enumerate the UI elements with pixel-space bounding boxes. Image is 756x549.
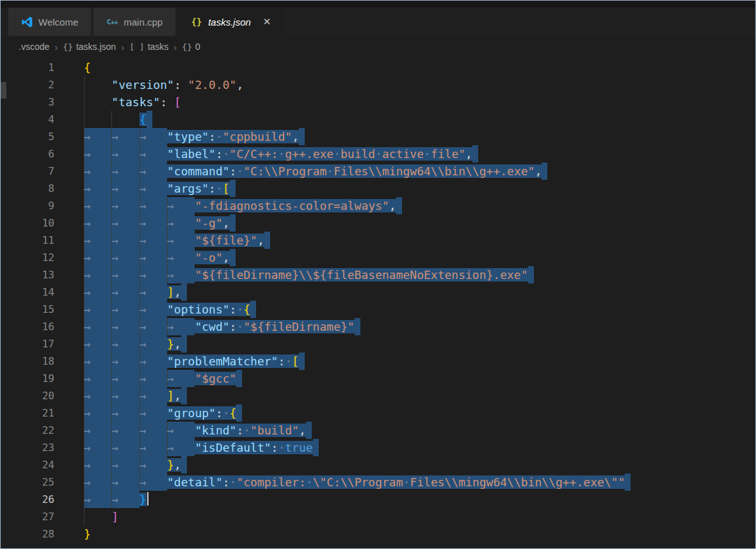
indent-whitespace: → (111, 301, 139, 318)
tab-main-cpp[interactable]: C++main.cpp (93, 8, 175, 36)
code-text: →→→→"-fdiagnostics-color=always", (54, 197, 402, 214)
indent-whitespace: → (84, 266, 111, 283)
indent-whitespace: → (140, 387, 167, 404)
indent-whitespace: → (140, 473, 167, 491)
line-number[interactable]: 28 (1, 525, 54, 543)
code-line[interactable]: 15→→→"options":·{ (1, 301, 755, 318)
code-token: ] (167, 389, 174, 402)
code-token: , (174, 458, 181, 472)
code-token: : (230, 320, 237, 333)
line-number[interactable]: 16 (1, 318, 54, 335)
indent-whitespace: → (111, 335, 139, 353)
code-token: , (174, 389, 181, 402)
line-number[interactable]: 8 (1, 180, 54, 197)
whitespace-dot: · (334, 147, 341, 161)
code-line[interactable]: 10→→→→"-g", (1, 214, 755, 232)
code-line[interactable]: 9→→→→"-fdiagnostics-color=always", (1, 197, 755, 214)
code-line[interactable]: 18→→→"problemMatcher":·[ (1, 353, 755, 370)
breadcrumb-item[interactable]: {}0 (182, 42, 200, 52)
line-number[interactable]: 20 (1, 387, 54, 404)
line-number[interactable]: 26 (1, 491, 54, 508)
code-line[interactable]: 22→→→→"kind":·"build", (1, 422, 755, 439)
line-number[interactable]: 19 (1, 370, 54, 387)
code-line[interactable]: 25→→→"detail":·"compiler:·\"C:\\Program·… (1, 473, 755, 491)
line-number[interactable]: 24 (1, 456, 54, 473)
line-number[interactable]: 7 (1, 163, 54, 180)
code-line[interactable]: 14→→→], (1, 283, 755, 301)
code-token: "C/C++:·g++.exe·build·active·file" (230, 147, 466, 161)
indent-whitespace: → (84, 318, 111, 335)
indent-whitespace: → (84, 93, 111, 111)
tab-welcome[interactable]: Welcome (8, 8, 91, 36)
selected-newline (313, 439, 319, 456)
code-token: "-o" (195, 251, 222, 264)
code-line[interactable]: 26→→} (1, 491, 755, 508)
breadcrumb-item[interactable]: .vscode (19, 42, 49, 52)
code-line[interactable]: 11→→→→"${file}", (1, 232, 755, 249)
code-line[interactable]: 8→→→"args":·[ (1, 180, 755, 197)
line-number[interactable]: 1 (1, 59, 54, 76)
line-number[interactable]: 12 (1, 249, 54, 266)
code-line[interactable]: 16→→→→"cwd":·"${fileDirname}" (1, 318, 755, 335)
line-number[interactable]: 9 (1, 197, 54, 214)
code-line[interactable]: 19→→→→"$gcc" (1, 370, 755, 387)
code-line[interactable]: 4→→{ (1, 111, 755, 128)
selected-newline (625, 473, 631, 491)
indent-whitespace: → (84, 283, 111, 301)
code-line[interactable]: 6→→→"label":·"C/C++:·g++.exe·build·activ… (1, 145, 755, 163)
code-line[interactable]: 12→→→→"-o", (1, 249, 755, 266)
indent-whitespace: → (84, 370, 111, 387)
code-line[interactable]: 1{ (1, 59, 755, 76)
indent-whitespace: → (167, 232, 195, 249)
line-number[interactable]: 27 (1, 508, 54, 525)
code-line[interactable]: 28} (1, 525, 755, 543)
code-line[interactable]: 3→"tasks": [ (1, 93, 755, 111)
whitespace-dot: · (306, 475, 313, 489)
line-number[interactable]: 14 (1, 283, 54, 301)
indent-whitespace: → (84, 508, 111, 525)
indent-whitespace: → (140, 335, 167, 353)
code-line[interactable]: 5→→→"type":·"cppbuild", (1, 128, 755, 145)
breadcrumb-item[interactable]: [ ]tasks (129, 42, 168, 52)
line-number[interactable]: 22 (1, 422, 54, 439)
line-number[interactable]: 5 (1, 128, 54, 145)
line-number[interactable]: 10 (1, 214, 54, 232)
indent-whitespace: → (140, 145, 167, 163)
code-line[interactable]: 13→→→→"${fileDirname}\\${fileBasenameNoE… (1, 266, 755, 283)
tab-tasks-json[interactable]: {}tasks.json✕ (178, 8, 284, 36)
breadcrumb-item[interactable]: {}tasks.json (63, 42, 116, 52)
code-line[interactable]: 17→→→}, (1, 335, 755, 353)
line-number[interactable]: 18 (1, 353, 54, 370)
code-token: , (236, 78, 243, 92)
line-number[interactable]: 6 (1, 145, 54, 163)
line-number[interactable]: 2 (1, 76, 54, 93)
code-line[interactable]: 2→"version": "2.0.0", (1, 76, 755, 93)
code-token: "group" (167, 406, 216, 420)
editor[interactable]: 1{2→"version": "2.0.0",3→"tasks": [4→→{5… (1, 58, 755, 543)
line-number[interactable]: 15 (1, 301, 54, 318)
line-number[interactable]: 25 (1, 473, 54, 491)
line-number[interactable]: 17 (1, 335, 54, 353)
code-line[interactable]: 27→] (1, 508, 755, 525)
indent-whitespace: → (111, 353, 139, 370)
line-number[interactable]: 4 (1, 111, 54, 128)
code-line[interactable]: 23→→→→"isDefault":·true (1, 439, 755, 456)
line-number[interactable]: 11 (1, 232, 54, 249)
whitespace-dot: · (243, 424, 250, 437)
line-number[interactable]: 23 (1, 439, 54, 456)
indent-whitespace: → (84, 163, 111, 180)
code-line[interactable]: 21→→→"group":·{ (1, 404, 755, 422)
left-edge-scrollbar-thumb[interactable] (1, 82, 6, 99)
indent-whitespace: → (111, 128, 139, 145)
code-line[interactable]: 7→→→"command":·"C:\\Program·Files\\mingw… (1, 163, 755, 180)
line-number[interactable]: 3 (1, 93, 54, 111)
code-line[interactable]: 24→→→}, (1, 456, 755, 473)
line-number[interactable]: 13 (1, 266, 54, 283)
code-text: →→→"command":·"C:\\Program·Files\\mingw6… (54, 163, 547, 180)
close-icon[interactable]: ✕ (263, 16, 271, 28)
code-line[interactable]: 20→→→], (1, 387, 755, 404)
whitespace-dot: · (223, 147, 230, 161)
line-number[interactable]: 21 (1, 404, 54, 422)
tab-bar: WelcomeC++main.cpp{}tasks.json✕ (1, 8, 755, 36)
code-token: , (292, 130, 299, 143)
